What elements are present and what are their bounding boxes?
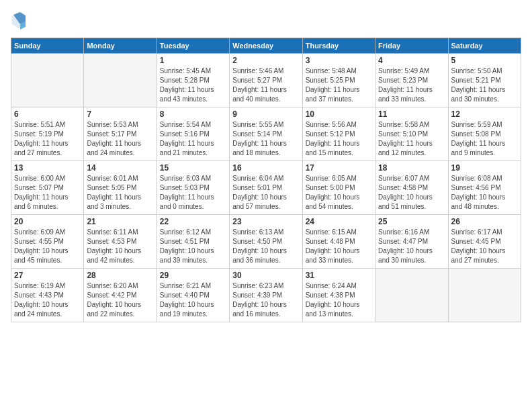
day-info: Sunrise: 6:12 AMSunset: 4:51 PMDaylight:… bbox=[160, 228, 226, 265]
calendar-cell: 3Sunrise: 5:48 AMSunset: 5:25 PMDaylight… bbox=[302, 54, 375, 107]
day-info: Sunrise: 5:56 AMSunset: 5:12 PMDaylight:… bbox=[306, 120, 372, 158]
day-number: 15 bbox=[160, 163, 226, 173]
day-info: Sunrise: 5:54 AMSunset: 5:16 PMDaylight:… bbox=[160, 120, 226, 158]
logo-icon bbox=[11, 11, 27, 30]
day-number: 12 bbox=[451, 109, 518, 119]
calendar-cell: 1Sunrise: 5:45 AMSunset: 5:28 PMDaylight… bbox=[157, 54, 229, 107]
calendar-cell: 6Sunrise: 5:51 AMSunset: 5:19 PMDaylight… bbox=[11, 107, 84, 161]
calendar-cell: 8Sunrise: 5:54 AMSunset: 5:16 PMDaylight… bbox=[157, 107, 229, 161]
day-number: 4 bbox=[378, 56, 445, 65]
calendar-table: SundayMondayTuesdayWednesdayThursdayFrid… bbox=[11, 38, 521, 322]
day-info: Sunrise: 5:53 AMSunset: 5:17 PMDaylight:… bbox=[87, 120, 153, 158]
day-number: 22 bbox=[160, 217, 226, 226]
day-info: Sunrise: 6:11 AMSunset: 4:53 PMDaylight:… bbox=[87, 228, 153, 265]
calendar-cell bbox=[375, 269, 448, 322]
day-info: Sunrise: 6:23 AMSunset: 4:39 PMDaylight:… bbox=[232, 281, 299, 319]
day-number: 8 bbox=[160, 109, 226, 119]
day-info: Sunrise: 6:16 AMSunset: 4:47 PMDaylight:… bbox=[378, 228, 445, 265]
day-number: 9 bbox=[232, 109, 299, 119]
day-info: Sunrise: 6:17 AMSunset: 4:45 PMDaylight:… bbox=[451, 228, 518, 265]
day-info: Sunrise: 6:04 AMSunset: 5:01 PMDaylight:… bbox=[232, 174, 299, 212]
day-number: 25 bbox=[378, 217, 445, 226]
day-info: Sunrise: 6:21 AMSunset: 4:40 PMDaylight:… bbox=[160, 281, 226, 319]
calendar-cell: 10Sunrise: 5:56 AMSunset: 5:12 PMDayligh… bbox=[302, 107, 375, 161]
day-number: 31 bbox=[306, 271, 372, 280]
day-number: 16 bbox=[232, 163, 299, 173]
day-number: 19 bbox=[451, 163, 518, 173]
day-number: 10 bbox=[306, 109, 372, 119]
day-number: 3 bbox=[306, 56, 372, 65]
calendar-week-row: 1Sunrise: 5:45 AMSunset: 5:28 PMDaylight… bbox=[11, 54, 521, 107]
day-number: 18 bbox=[378, 163, 445, 173]
day-info: Sunrise: 6:05 AMSunset: 5:00 PMDaylight:… bbox=[306, 174, 372, 212]
day-info: Sunrise: 6:07 AMSunset: 4:58 PMDaylight:… bbox=[378, 174, 445, 212]
calendar-header-row: SundayMondayTuesdayWednesdayThursdayFrid… bbox=[11, 38, 521, 54]
day-number: 14 bbox=[87, 163, 153, 173]
day-info: Sunrise: 5:45 AMSunset: 5:28 PMDaylight:… bbox=[160, 66, 226, 104]
calendar-cell: 30Sunrise: 6:23 AMSunset: 4:39 PMDayligh… bbox=[230, 269, 302, 322]
weekday-header-tuesday: Tuesday bbox=[157, 38, 229, 54]
day-info: Sunrise: 5:49 AMSunset: 5:23 PMDaylight:… bbox=[378, 66, 445, 104]
day-number: 21 bbox=[87, 217, 153, 226]
day-number: 26 bbox=[451, 217, 518, 226]
day-info: Sunrise: 5:51 AMSunset: 5:19 PMDaylight:… bbox=[14, 120, 81, 158]
calendar-cell: 22Sunrise: 6:12 AMSunset: 4:51 PMDayligh… bbox=[157, 215, 229, 269]
calendar-cell: 23Sunrise: 6:13 AMSunset: 4:50 PMDayligh… bbox=[230, 215, 302, 269]
day-number: 30 bbox=[232, 271, 299, 280]
calendar-cell: 17Sunrise: 6:05 AMSunset: 5:00 PMDayligh… bbox=[302, 161, 375, 215]
day-info: Sunrise: 5:58 AMSunset: 5:10 PMDaylight:… bbox=[378, 120, 445, 158]
calendar-cell: 15Sunrise: 6:03 AMSunset: 5:03 PMDayligh… bbox=[157, 161, 229, 215]
weekday-header-wednesday: Wednesday bbox=[230, 38, 302, 54]
calendar-week-row: 6Sunrise: 5:51 AMSunset: 5:19 PMDaylight… bbox=[11, 107, 521, 161]
weekday-header-saturday: Saturday bbox=[448, 38, 521, 54]
day-number: 24 bbox=[306, 217, 372, 226]
calendar-cell: 13Sunrise: 6:00 AMSunset: 5:07 PMDayligh… bbox=[11, 161, 84, 215]
day-info: Sunrise: 6:09 AMSunset: 4:55 PMDaylight:… bbox=[14, 228, 81, 265]
calendar-week-row: 27Sunrise: 6:19 AMSunset: 4:43 PMDayligh… bbox=[11, 269, 521, 322]
weekday-header-monday: Monday bbox=[84, 38, 157, 54]
calendar-cell: 19Sunrise: 6:08 AMSunset: 4:56 PMDayligh… bbox=[448, 161, 521, 215]
day-info: Sunrise: 6:19 AMSunset: 4:43 PMDaylight:… bbox=[14, 281, 81, 319]
calendar-cell: 28Sunrise: 6:20 AMSunset: 4:42 PMDayligh… bbox=[84, 269, 157, 322]
day-number: 27 bbox=[14, 271, 81, 280]
calendar-cell: 4Sunrise: 5:49 AMSunset: 5:23 PMDaylight… bbox=[375, 54, 448, 107]
day-number: 2 bbox=[232, 56, 299, 65]
calendar-cell bbox=[448, 269, 521, 322]
calendar-cell: 31Sunrise: 6:24 AMSunset: 4:38 PMDayligh… bbox=[302, 269, 375, 322]
day-info: Sunrise: 6:01 AMSunset: 5:05 PMDaylight:… bbox=[87, 174, 153, 212]
weekday-header-thursday: Thursday bbox=[302, 38, 375, 54]
calendar-cell: 24Sunrise: 6:15 AMSunset: 4:48 PMDayligh… bbox=[302, 215, 375, 269]
calendar-cell: 7Sunrise: 5:53 AMSunset: 5:17 PMDaylight… bbox=[84, 107, 157, 161]
day-number: 7 bbox=[87, 109, 153, 119]
calendar-cell: 9Sunrise: 5:55 AMSunset: 5:14 PMDaylight… bbox=[230, 107, 302, 161]
calendar-cell: 16Sunrise: 6:04 AMSunset: 5:01 PMDayligh… bbox=[230, 161, 302, 215]
calendar-cell: 25Sunrise: 6:16 AMSunset: 4:47 PMDayligh… bbox=[375, 215, 448, 269]
day-info: Sunrise: 5:50 AMSunset: 5:21 PMDaylight:… bbox=[451, 66, 518, 104]
calendar-cell: 18Sunrise: 6:07 AMSunset: 4:58 PMDayligh… bbox=[375, 161, 448, 215]
calendar-cell: 14Sunrise: 6:01 AMSunset: 5:05 PMDayligh… bbox=[84, 161, 157, 215]
calendar-cell: 2Sunrise: 5:46 AMSunset: 5:27 PMDaylight… bbox=[230, 54, 302, 107]
calendar-cell: 5Sunrise: 5:50 AMSunset: 5:21 PMDaylight… bbox=[448, 54, 521, 107]
day-info: Sunrise: 6:24 AMSunset: 4:38 PMDaylight:… bbox=[306, 281, 372, 319]
day-info: Sunrise: 5:46 AMSunset: 5:27 PMDaylight:… bbox=[232, 66, 299, 104]
day-info: Sunrise: 6:15 AMSunset: 4:48 PMDaylight:… bbox=[306, 228, 372, 265]
day-number: 6 bbox=[14, 109, 81, 119]
calendar-cell: 21Sunrise: 6:11 AMSunset: 4:53 PMDayligh… bbox=[84, 215, 157, 269]
calendar-cell: 29Sunrise: 6:21 AMSunset: 4:40 PMDayligh… bbox=[157, 269, 229, 322]
day-number: 23 bbox=[232, 217, 299, 226]
calendar-cell: 20Sunrise: 6:09 AMSunset: 4:55 PMDayligh… bbox=[11, 215, 84, 269]
day-number: 28 bbox=[87, 271, 153, 280]
day-info: Sunrise: 6:20 AMSunset: 4:42 PMDaylight:… bbox=[87, 281, 153, 319]
logo bbox=[11, 11, 30, 30]
calendar-cell: 12Sunrise: 5:59 AMSunset: 5:08 PMDayligh… bbox=[448, 107, 521, 161]
day-number: 29 bbox=[160, 271, 226, 280]
day-number: 11 bbox=[378, 109, 445, 119]
day-info: Sunrise: 5:55 AMSunset: 5:14 PMDaylight:… bbox=[232, 120, 299, 158]
weekday-header-friday: Friday bbox=[375, 38, 448, 54]
calendar-week-row: 13Sunrise: 6:00 AMSunset: 5:07 PMDayligh… bbox=[11, 161, 521, 215]
calendar-week-row: 20Sunrise: 6:09 AMSunset: 4:55 PMDayligh… bbox=[11, 215, 521, 269]
day-info: Sunrise: 6:08 AMSunset: 4:56 PMDaylight:… bbox=[451, 174, 518, 212]
day-info: Sunrise: 5:48 AMSunset: 5:25 PMDaylight:… bbox=[306, 66, 372, 104]
calendar-cell: 26Sunrise: 6:17 AMSunset: 4:45 PMDayligh… bbox=[448, 215, 521, 269]
day-number: 1 bbox=[160, 56, 226, 65]
